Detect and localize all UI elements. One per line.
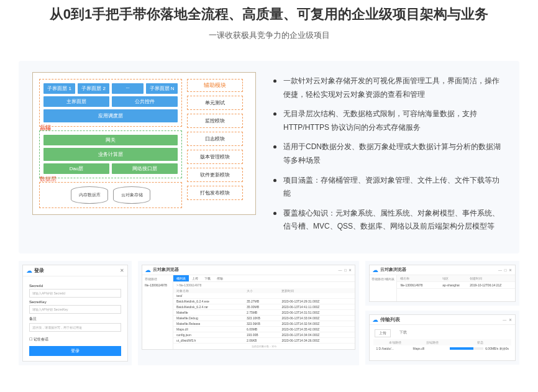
backend-tag: 后端	[40, 124, 51, 132]
cloud-icon: ☁	[372, 316, 378, 323]
page-title: 从0到1手把手带你落地全流程、高质量、可复用的企业级项目架构与业务	[19, 5, 519, 24]
diagram-cell: ···	[112, 83, 144, 94]
col-bucket: 桶名称	[400, 276, 442, 280]
db-cylinder: 云对象存储	[113, 186, 150, 204]
transfer-title: 传输列表	[380, 316, 400, 323]
progress-bar	[450, 347, 484, 350]
file-row[interactable]: BaiduNetdisk_6.2.4.rar35.00MB2023-06-13T…	[173, 304, 355, 310]
transfer-speed: 6.00MB/s 剩余0s	[483, 347, 509, 350]
browser-screenshot: ☁ 云对象浏览器 — □ ✕ 存储路径 file-1300614978 桶列表 …	[138, 261, 359, 365]
breadcrumb: > file-1300614978	[173, 282, 355, 288]
path-label: 存储路径	[145, 277, 170, 281]
right-stack: ☁ 云对象浏览器 — □ ✕ 存储路径/桶列表 桶名称 地区 创建时间	[365, 261, 519, 365]
aux-module: 版本管理模块	[187, 150, 243, 164]
col-time: 更新时间	[281, 289, 352, 293]
col-name: 对象名称	[176, 289, 247, 293]
login-button[interactable]: 登录	[29, 346, 121, 356]
transfer-screenshot: ☁ 传输列表 — ✕ 上传 下载 本地路径 云端路径 状态	[369, 314, 516, 361]
diagram-cell: 网关	[43, 135, 178, 145]
diagram-cell: 主界面层	[43, 96, 109, 107]
architecture-diagram: 前端 子界面层 1 子界面层 2 ··· 子界面层 N 主界面层 公共控件	[32, 72, 256, 240]
col-size: 大小	[247, 289, 281, 293]
window-controls[interactable]: — ✕	[503, 317, 513, 322]
bucket-cell: ap-shanghai	[442, 283, 470, 287]
secretid-input[interactable]: 请输入API密钥 SecretId	[29, 289, 121, 298]
tab-upload[interactable]: 上传	[375, 329, 391, 337]
diagram-cell: 应用调度层	[43, 109, 178, 122]
feature-bullets: 一款针对云对象存储开发的可视化界面管理工具，界面简洁，操作便捷，轻松实现对云对象…	[273, 72, 506, 240]
bullet-item: 无目录层次结构、无数据格式限制，可容纳海量数据，支持 HTTP/HTTPS 协议…	[273, 107, 506, 134]
hero-section: 前端 子界面层 1 子界面层 2 ··· 子界面层 N 主界面层 公共控件	[19, 61, 519, 253]
cloud-icon: ☁	[372, 267, 378, 273]
bullet-item: 一款针对云对象存储开发的可视化界面管理工具，界面简洁，操作便捷，轻松实现对云对象…	[273, 75, 506, 101]
frontend-layer: 前端 子界面层 1 子界面层 2 ··· 子界面层 N 主界面层 公共控件	[39, 79, 182, 127]
login-title: 登录	[34, 267, 44, 274]
bullet-item: 适用于CDN数据分发、数据万象处理或大数据计算与分析的数据湖等多种场景	[273, 140, 506, 167]
file-row[interactable]: Maps.dll6.00MB2023-06-13T14:35:42.000Z	[173, 327, 355, 332]
diagram-cell: 子界面层 1	[43, 83, 75, 94]
browser-title: 云对象浏览器	[153, 267, 179, 273]
secretid-label: SecretId	[29, 284, 121, 288]
tab-download[interactable]: 下载	[201, 275, 214, 281]
screenshot-row: ☁ 登录 ✕ SecretId 请输入API密钥 SecretId Secret…	[19, 261, 519, 365]
tab-bucket[interactable]: 桶列表	[173, 275, 189, 281]
file-row[interactable]: ui_dllwidWS.h2.06KB2023-06-13T14:34:26.0…	[173, 338, 355, 344]
secretkey-label: SecretKey	[29, 300, 121, 304]
file-row[interactable]: Makefile.Release323.06KB2023-06-13T14:32…	[173, 321, 355, 327]
col-region: 地区	[442, 276, 470, 280]
remember-checkbox[interactable]: ☐ 记住会话	[29, 337, 121, 342]
bullet-item: 项目涵盖：存储桶管理、资源对象管理、文件上传、文件下载等功能	[273, 174, 506, 201]
diagram-cell: 业务计算层	[43, 148, 178, 161]
backend-layer: 后端 网关 业务计算层 Dao层 网络接口层	[39, 130, 182, 178]
object-count: 当前总对象计数：10 ↻	[173, 344, 355, 349]
remark-label: 备注	[29, 316, 121, 322]
transfer-remote: Maps.dll	[413, 347, 450, 350]
file-row[interactable]: Makefile2.75MB2023-06-13T14:31:51.000Z	[173, 310, 355, 316]
col-local: 本地路径	[376, 340, 413, 344]
data-tag: 数据层	[40, 175, 57, 183]
secretkey-input[interactable]: 请输入API密钥 SecretKey	[29, 305, 121, 314]
aux-module: 软件更新模块	[187, 168, 243, 182]
diagram-cell: 公共控件	[112, 96, 178, 107]
transfer-local: 1 D:/baidu/...	[376, 347, 413, 350]
file-row[interactable]: config.json193.00B2023-06-13T14:34:04.00…	[173, 332, 355, 338]
tab-download[interactable]: 下载	[396, 329, 411, 337]
login-screenshot: ☁ 登录 ✕ SecretId 请输入API密钥 SecretId Secret…	[19, 261, 132, 365]
cloud-icon: ☁	[145, 267, 151, 273]
diagram-cell: 子界面层 2	[78, 83, 109, 94]
col-created: 创建时间	[470, 276, 512, 280]
bucket-path-label: 存储路径/桶列表	[370, 275, 397, 301]
window-controls[interactable]: — □ ✕	[338, 268, 352, 272]
data-layer: 数据层 内存数据库 云对象存储	[39, 182, 182, 208]
bullet-item: 覆盖核心知识：元对象系统、属性系统、对象树模型、事件系统、信号槽、MVC、QSS…	[273, 207, 506, 234]
aux-module: 单元测试	[187, 96, 243, 110]
close-icon[interactable]: ✕	[120, 268, 124, 273]
aux-module: 打包发布模块	[187, 186, 243, 200]
file-row[interactable]: Makefile.Debug323.10KB2023-06-13T14:33:0…	[173, 316, 355, 321]
cloud-icon: ☁	[26, 267, 32, 274]
bucket-name[interactable]: file-1300614978	[145, 283, 170, 287]
remark-input[interactable]: 选填项，请谨慎填写，用于标记用途	[29, 323, 121, 332]
window-controls[interactable]: — □ ✕	[498, 268, 513, 272]
file-row[interactable]: BaiduNetdisk_6.2.4.exe35.27MB2023-06-13T…	[173, 299, 355, 304]
aux-module: 监控模块	[187, 114, 243, 128]
bucket-panel-title: 云对象浏览器	[380, 267, 406, 273]
diagram-cell: Dao层	[43, 163, 109, 174]
diagram-cell: 子界面层 N	[146, 83, 178, 94]
page-subtitle: 一课收获极具竞争力的企业级项目	[19, 30, 519, 41]
aux-module: 日志模块	[187, 132, 243, 146]
bucket-cell: 2019-10-12T06:14:21Z	[470, 283, 512, 287]
db-cylinder: 内存数据库	[71, 186, 108, 204]
col-status: 状态	[451, 340, 509, 344]
aux-title: 辅助模块	[187, 79, 243, 92]
file-row[interactable]: test/	[173, 293, 355, 299]
col-remote: 云端路径	[414, 340, 451, 344]
diagram-cell: 网络接口层	[112, 163, 178, 174]
bucket-screenshot: ☁ 云对象浏览器 — □ ✕ 存储路径/桶列表 桶名称 地区 创建时间	[369, 265, 516, 302]
tab-upload[interactable]: 上传	[189, 275, 201, 281]
tab-transfer[interactable]: 传输	[214, 275, 226, 281]
bucket-cell[interactable]: file-1300614978	[400, 283, 442, 287]
